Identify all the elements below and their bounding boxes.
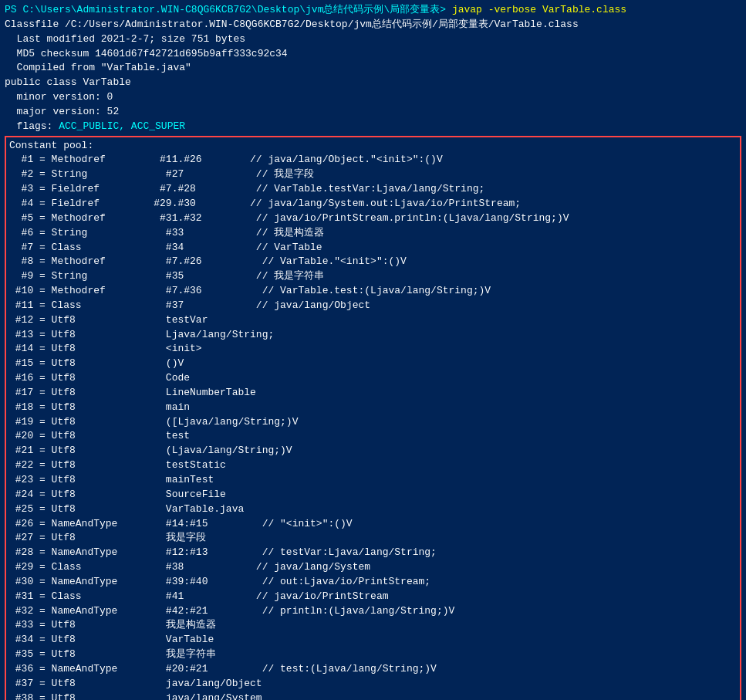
cp-entry-23: #23 = Utf8 mainTest xyxy=(9,473,737,488)
cp-entry-22: #22 = Utf8 testStatic xyxy=(9,458,737,473)
cp-entry-13: #13 = Utf8 Ljava/lang/String; xyxy=(9,328,737,343)
cp-entry-6: #6 = String #33 // 我是构造器 xyxy=(9,226,737,241)
cp-entry-15: #15 = Utf8 ()V xyxy=(9,357,737,371)
cp-entry-12: #12 = Utf8 testVar xyxy=(9,313,737,328)
cp-entry-36: #36 = NameAndType #20:#21 // test:(Ljava… xyxy=(9,662,737,677)
cp-entry-3: #3 = Fieldref #7.#28 // VarTable.testVar… xyxy=(9,182,737,197)
header-compiled: Compiled from "VarTable.java" xyxy=(5,61,741,76)
cp-entry-35: #35 = Utf8 我是字符串 xyxy=(9,648,737,662)
cp-entry-1: #1 = Methodref #11.#26 // java/lang/Obje… xyxy=(9,153,737,167)
cp-entry-37: #37 = Utf8 java/lang/Object xyxy=(9,677,737,692)
header-line-0: PS C:\Users\Administrator.WIN-C8QG6KCB7G… xyxy=(5,3,741,18)
cp-entry-26: #26 = NameAndType #14:#15 // "<init>":()… xyxy=(9,517,737,532)
cp-entry-27: #27 = Utf8 我是字段 xyxy=(9,531,737,546)
cp-entry-2: #2 = String #27 // 我是字段 xyxy=(9,167,737,182)
header-class-decl: public class VarTable xyxy=(5,76,741,90)
cp-entry-38: #38 = Utf8 java/lang/System xyxy=(9,692,737,700)
cp-entry-10: #10 = Methodref #7.#36 // VarTable.test:… xyxy=(9,284,737,299)
cp-entry-8: #8 = Methodref #7.#26 // VarTable."<init… xyxy=(9,255,737,269)
header-flags: flags: ACC_PUBLIC, ACC_SUPER xyxy=(5,120,741,134)
constant-pool-section: Constant pool: #1 = Methodref #11.#26 //… xyxy=(5,136,741,700)
cp-entry-30: #30 = NameAndType #39:#40 // out:Ljava/i… xyxy=(9,575,737,590)
constant-pool-label: Constant pool: xyxy=(9,139,737,154)
cp-entry-9: #9 = String #35 // 我是字符串 xyxy=(9,269,737,284)
cp-entry-11: #11 = Class #37 // java/lang/Object xyxy=(9,299,737,313)
cp-entry-31: #31 = Class #41 // java/io/PrintStream xyxy=(9,590,737,604)
command: javap -verbose VarTable.class xyxy=(446,4,626,15)
cp-entry-20: #20 = Utf8 test xyxy=(9,429,737,444)
cp-entry-7: #7 = Class #34 // VarTable xyxy=(9,241,737,255)
cp-entry-28: #28 = NameAndType #12:#13 // testVar:Lja… xyxy=(9,546,737,560)
cp-entry-5: #5 = Methodref #31.#32 // java/io/PrintS… xyxy=(9,211,737,226)
cp-entry-19: #19 = Utf8 ([Ljava/lang/String;)V xyxy=(9,415,737,430)
cp-entry-14: #14 = Utf8 <init> xyxy=(9,342,737,357)
cp-entry-33: #33 = Utf8 我是构造器 xyxy=(9,618,737,633)
cp-entry-24: #24 = Utf8 SourceFile xyxy=(9,488,737,502)
header-major: major version: 52 xyxy=(5,105,741,120)
cp-entry-16: #16 = Utf8 Code xyxy=(9,371,737,386)
cp-entry-29: #29 = Class #38 // java/lang/System xyxy=(9,560,737,575)
cp-entry-34: #34 = Utf8 VarTable xyxy=(9,633,737,648)
header-modified: Last modified 2021-2-7; size 751 bytes xyxy=(5,32,741,47)
cp-entry-25: #25 = Utf8 VarTable.java xyxy=(9,502,737,517)
header-classfile: Classfile /C:/Users/Administrator.WIN-C8… xyxy=(5,18,741,32)
cp-entry-17: #17 = Utf8 LineNumberTable xyxy=(9,386,737,401)
prompt: PS C:\Users\Administrator.WIN-C8QG6KCB7G… xyxy=(5,4,446,15)
cp-entry-4: #4 = Fieldref #29.#30 // java/lang/Syste… xyxy=(9,197,737,211)
header-md5: MD5 checksum 14601d67f42721d695b9aff333c… xyxy=(5,47,741,62)
cp-entry-18: #18 = Utf8 main xyxy=(9,401,737,415)
cp-entry-21: #21 = Utf8 (Ljava/lang/String;)V xyxy=(9,444,737,458)
cp-entry-32: #32 = NameAndType #42:#21 // println:(Lj… xyxy=(9,604,737,619)
terminal-window: PS C:\Users\Administrator.WIN-C8QG6KCB7G… xyxy=(0,0,746,700)
header-minor: minor version: 0 xyxy=(5,90,741,105)
